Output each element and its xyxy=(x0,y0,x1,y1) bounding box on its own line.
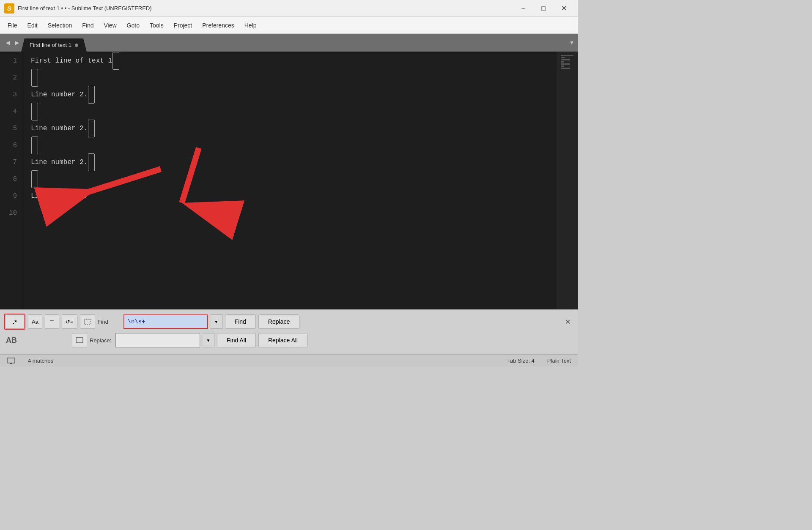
code-line-9: Line number 2. xyxy=(31,188,557,205)
replace-input-wrapper xyxy=(115,333,200,347)
title-bar: S First line of text 1 • • - Sublime Tex… xyxy=(0,0,578,17)
cursor-3 xyxy=(88,86,95,104)
line-num-3: 3 xyxy=(0,86,17,103)
cursor-8 xyxy=(31,170,38,188)
line-num-4: 4 xyxy=(0,103,17,120)
find-input[interactable] xyxy=(123,314,208,329)
code-line-7: Line number 2. xyxy=(31,154,557,171)
code-line-1: First line of text 1 xyxy=(31,52,557,69)
find-dropdown-button[interactable]: ▼ xyxy=(211,314,222,329)
cursor-5 xyxy=(88,120,95,137)
line-numbers: 1 2 3 4 5 6 7 8 9 10 xyxy=(0,52,23,309)
tab-dropdown[interactable]: ▼ xyxy=(569,40,574,46)
line-num-5: 5 xyxy=(0,120,17,137)
monitor-icon xyxy=(7,358,15,364)
menu-edit[interactable]: Edit xyxy=(22,19,43,31)
line-num-6: 6 xyxy=(0,137,17,154)
find-row-2: AB Replace: ▼ Find All Replace All xyxy=(4,331,573,350)
close-button[interactable]: ✕ xyxy=(554,2,573,15)
code-text-9: Line number 2. xyxy=(31,188,88,205)
maximize-button[interactable]: □ xyxy=(534,2,553,15)
ab-label: AB xyxy=(4,336,19,345)
svg-rect-4 xyxy=(84,319,91,324)
code-line-4 xyxy=(31,103,557,120)
replace-input[interactable] xyxy=(115,333,200,347)
tab-nav-left: ◀ ▶ xyxy=(3,38,21,47)
find-all-button[interactable]: Find All xyxy=(217,333,256,347)
replace-button[interactable]: Replace xyxy=(258,314,299,329)
line-num-1: 1 xyxy=(0,52,17,69)
menu-preferences[interactable]: Preferences xyxy=(197,19,239,31)
editor-container: 1 2 3 4 5 6 7 8 9 10 First line of text … xyxy=(0,52,578,367)
menu-bar: File Edit Selection Find View Goto Tools… xyxy=(0,17,578,34)
replace-label: Replace: xyxy=(90,337,113,344)
status-bar: 4 matches Tab Size: 4 Plain Text xyxy=(0,354,578,367)
cursor-6 xyxy=(31,137,38,154)
editor[interactable]: 1 2 3 4 5 6 7 8 9 10 First line of text … xyxy=(0,52,578,309)
menu-find[interactable]: Find xyxy=(77,19,99,31)
code-text-1: First line of text 1 xyxy=(31,52,112,69)
find-label: Find xyxy=(98,319,121,325)
status-tab-size: Tab Size: 4 xyxy=(508,358,535,364)
status-syntax: Plain Text xyxy=(547,358,571,364)
find-button[interactable]: Find xyxy=(225,314,256,329)
svg-rect-7 xyxy=(10,363,12,364)
regex-button[interactable]: .* xyxy=(5,314,25,329)
find-bar: .* Aa "" ↺≡ Find ▼ Find Replace xyxy=(0,309,578,354)
tab-nav-next[interactable]: ▶ xyxy=(13,38,21,47)
code-text-7: Line number 2. xyxy=(31,154,88,171)
preserve-case-button[interactable] xyxy=(72,333,87,347)
in-selection-button[interactable] xyxy=(80,314,95,329)
menu-goto[interactable]: Goto xyxy=(122,19,145,31)
tab-dirty-indicator xyxy=(75,44,78,47)
code-line-10 xyxy=(31,205,557,221)
minimap xyxy=(557,52,578,309)
title-bar-controls: − □ ✕ xyxy=(513,2,573,15)
line-num-8: 8 xyxy=(0,171,17,188)
find-close-button[interactable]: ✕ xyxy=(562,316,573,328)
menu-project[interactable]: Project xyxy=(169,19,198,31)
line-num-9: 9 xyxy=(0,188,17,205)
cursor-2 xyxy=(31,69,38,87)
code-line-8 xyxy=(31,171,557,188)
replace-dropdown-button[interactable]: ▼ xyxy=(203,333,214,347)
line-num-2: 2 xyxy=(0,69,17,86)
line-num-10: 10 xyxy=(0,205,17,221)
code-line-3: Line number 2. xyxy=(31,86,557,103)
tab-nav-prev[interactable]: ◀ xyxy=(3,38,12,47)
status-matches: 4 matches xyxy=(28,358,53,364)
svg-rect-5 xyxy=(76,338,83,343)
find-row-1: .* Aa "" ↺≡ Find ▼ Find Replace xyxy=(4,312,573,331)
menu-file[interactable]: File xyxy=(3,19,22,31)
code-text-5: Line number 2. xyxy=(31,120,88,137)
app-logo: S xyxy=(4,3,14,14)
code-text-3: Line number 2. xyxy=(31,86,88,103)
menu-selection[interactable]: Selection xyxy=(43,19,77,31)
whole-word-button[interactable]: "" xyxy=(45,314,59,329)
menu-view[interactable]: View xyxy=(99,19,122,31)
tab-first-line[interactable]: First line of text 1 xyxy=(21,38,87,52)
cursor-4 xyxy=(31,103,38,120)
menu-help[interactable]: Help xyxy=(239,19,262,31)
find-input-wrapper xyxy=(123,314,208,329)
code-line-5: Line number 2. xyxy=(31,120,557,137)
replace-all-button[interactable]: Replace All xyxy=(258,333,307,347)
title-bar-text: First line of text 1 • • - Sublime Text … xyxy=(18,5,513,11)
menu-tools[interactable]: Tools xyxy=(145,19,169,31)
code-line-6 xyxy=(31,137,557,154)
code-line-2 xyxy=(31,69,557,86)
wrap-button[interactable]: ↺≡ xyxy=(62,314,77,329)
svg-rect-8 xyxy=(9,364,13,364)
regex-button-wrapper: .* xyxy=(4,314,25,330)
svg-rect-6 xyxy=(7,358,15,363)
line-num-7: 7 xyxy=(0,154,17,171)
tab-label: First line of text 1 xyxy=(30,42,71,48)
status-icon xyxy=(7,358,15,364)
case-sensitive-button[interactable]: Aa xyxy=(28,314,42,329)
code-area[interactable]: First line of text 1 Line number 2. xyxy=(23,52,557,309)
minimize-button[interactable]: − xyxy=(513,2,533,15)
editor-inner: 1 2 3 4 5 6 7 8 9 10 First line of text … xyxy=(0,52,578,309)
tab-bar: ◀ ▶ First line of text 1 ▼ xyxy=(0,34,578,52)
cursor-7 xyxy=(88,153,95,171)
cursor-1 xyxy=(112,52,119,70)
